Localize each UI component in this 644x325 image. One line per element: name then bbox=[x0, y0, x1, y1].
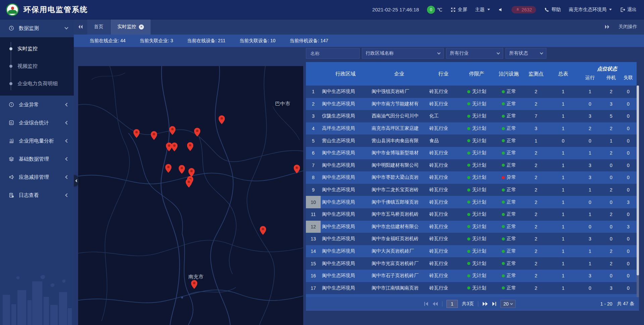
table-row[interactable]: 3仪陇生态环境局西南油气田分公司川中化工无计划正常71350 bbox=[306, 110, 637, 122]
cell-running: 3 bbox=[578, 270, 602, 282]
col-header-running: 运行 bbox=[578, 73, 602, 86]
first-page-button[interactable] bbox=[424, 302, 429, 306]
close-operations-button[interactable]: 关闭操作 bbox=[619, 24, 637, 30]
map-pin[interactable] bbox=[151, 131, 157, 141]
cell-index: 3 bbox=[306, 110, 321, 122]
map-pin[interactable] bbox=[219, 115, 225, 125]
table-body: 1阆中生态环境局阆中强锐页岩砖厂砖瓦行业无计划正常211202阆中生态环境局阆中… bbox=[306, 86, 637, 297]
sidebar-item-4[interactable]: 基础数据管理 bbox=[0, 150, 74, 168]
tab-close-icon[interactable]: ✕ bbox=[139, 24, 144, 30]
table-row[interactable]: 17阆中生态环境局阆中市江南镇阆南页岩砖瓦行业无计划正常21030 bbox=[306, 282, 637, 294]
divider bbox=[478, 301, 478, 307]
map-pin[interactable] bbox=[186, 179, 192, 189]
sidebar-item-6[interactable]: 日志查看 bbox=[0, 186, 74, 204]
industry-select[interactable]: 所有行业 bbox=[446, 48, 503, 59]
page-size-select[interactable]: 20 bbox=[500, 300, 516, 308]
col-header-limit: 停限产 bbox=[459, 62, 494, 86]
table-row[interactable]: 5营山生态环境局营山县润丰肉食品有限食品无计划正常10010 bbox=[306, 134, 637, 147]
map-pin[interactable] bbox=[260, 226, 266, 236]
table-row[interactable]: 18南部生态环境局南部县砖化水泥有限公建材加工无计划正常21030 bbox=[306, 294, 637, 297]
map-pin[interactable] bbox=[133, 129, 140, 139]
table-row[interactable]: 13阆中生态环境局阆中市金福旺页岩机砖砖瓦行业无计划正常21300 bbox=[306, 233, 637, 245]
cell-offline: 0 bbox=[620, 270, 637, 282]
status-dot-green bbox=[467, 286, 470, 289]
cell-limit: 无计划 bbox=[459, 245, 494, 258]
sidebar-item-label: 应急减排管理 bbox=[19, 174, 66, 180]
tab-0[interactable]: 首页 bbox=[87, 19, 110, 35]
sound-toggle-button[interactable] bbox=[498, 7, 503, 12]
map-pin[interactable] bbox=[187, 142, 194, 152]
sidebar-subitem-0-0[interactable]: 实时监控 bbox=[0, 40, 74, 57]
cell-running: 1 bbox=[578, 86, 602, 98]
cell-limit: 无计划 bbox=[459, 86, 494, 98]
cell-index: 11 bbox=[306, 208, 321, 221]
last-page-button[interactable] bbox=[492, 302, 496, 306]
table-row[interactable]: 6阆中生态环境局阆中市金博瑞新型墙材砖瓦行业无计划正常21120 bbox=[306, 147, 637, 159]
table-row[interactable]: 9阆中生态环境局阆中市二龙长宝页岩砖砖瓦行业无计划正常21120 bbox=[306, 184, 637, 196]
sidebar-item-2[interactable]: 企业综合统计 bbox=[0, 114, 74, 132]
scrollbar-thumb[interactable] bbox=[637, 86, 639, 275]
sidebar-item-1[interactable]: 企业异常 bbox=[0, 96, 74, 114]
table-scrollbar[interactable] bbox=[637, 86, 639, 297]
cell-offline: 0 bbox=[620, 98, 637, 110]
table-row[interactable]: 15阆中生态环境局阆中市光富页岩机砖厂砖瓦行业无计划正常21120 bbox=[306, 257, 637, 270]
cell-index: 10 bbox=[306, 196, 321, 208]
sidebar-subitem-0-2[interactable]: 企业电力负荷明细 bbox=[0, 75, 74, 92]
cell-offline: 0 bbox=[620, 233, 637, 245]
cell-index: 17 bbox=[306, 282, 321, 294]
table-row[interactable]: 8阆中生态环境局阆中市枣碧大梁山页岩砖瓦行业无计划异常21300 bbox=[306, 171, 637, 184]
map-pin-icon bbox=[260, 226, 266, 235]
notification-badge[interactable]: 2632 bbox=[512, 6, 536, 13]
status-select[interactable]: 所有状态 bbox=[505, 48, 546, 59]
col-header-facility: 治污设施 bbox=[494, 62, 523, 86]
theme-dropdown[interactable]: 主题 bbox=[475, 7, 490, 13]
map-pin[interactable] bbox=[194, 128, 200, 138]
table-row[interactable]: 12阆中生态环境局阆中市忠信建材有限公砖瓦行业无计划正常21003 bbox=[306, 221, 637, 233]
prev-page-button[interactable] bbox=[433, 302, 438, 306]
table-row[interactable]: 1阆中生态环境局阆中强锐页岩砖厂砖瓦行业无计划正常21120 bbox=[306, 86, 637, 98]
cell-running: 3 bbox=[578, 171, 602, 184]
table-row[interactable]: 4高坪生态环境局南充市高坪区王家店建砖瓦行业无计划正常31220 bbox=[306, 122, 637, 135]
table-row[interactable]: 14阆中生态环境局阆中大兴页岩机砖厂砖瓦行业无计划正常21120 bbox=[306, 245, 637, 258]
tab-1[interactable]: 实时监控✕ bbox=[111, 19, 151, 35]
app-root: 环保用电监管系统 2021-02-25 17:46:18 0 ℃ 全屏 主题 2… bbox=[0, 0, 644, 325]
table-row[interactable]: 2阆中生态环境局阆中市南方节能建材有砖瓦行业无计划正常21030 bbox=[306, 98, 637, 110]
tabs-scroll-left-button[interactable] bbox=[74, 19, 87, 35]
org-dropdown[interactable]: 南充市生态环境局 bbox=[569, 7, 612, 13]
map-pin[interactable] bbox=[171, 143, 178, 153]
page-number-input[interactable]: 1 bbox=[446, 300, 458, 308]
col-header-index bbox=[306, 62, 321, 86]
fullscreen-button[interactable]: 全屏 bbox=[450, 7, 467, 13]
map-pin[interactable] bbox=[165, 164, 172, 174]
table-row[interactable]: 11阆中生态环境局阆中市五马桥页岩机砖砖瓦行业无计划正常21120 bbox=[306, 208, 637, 221]
map-pin[interactable] bbox=[179, 165, 185, 175]
map-pin[interactable] bbox=[169, 126, 176, 136]
sidebar-subitem-0-1[interactable]: 视频监控 bbox=[0, 57, 74, 75]
map-pin[interactable] bbox=[294, 165, 300, 175]
sidebar-item-0[interactable]: 数据监测 bbox=[0, 19, 74, 37]
sidebar-item-5[interactable]: 应急减排管理 bbox=[0, 168, 74, 186]
status-dot-green bbox=[502, 213, 505, 216]
table-row[interactable]: 10阆中生态环境局阆中千佛镇五郎垭页岩砖瓦行业无计划正常21003 bbox=[306, 196, 637, 208]
next-page-icon bbox=[482, 302, 488, 306]
next-page-button[interactable] bbox=[482, 302, 488, 306]
cell-running: 0 bbox=[578, 196, 602, 208]
col-header-company: 企业 bbox=[370, 62, 428, 86]
tabs-scroll-right-button[interactable] bbox=[604, 24, 610, 29]
stat-value: 211 bbox=[218, 38, 225, 43]
help-button[interactable]: 帮助 bbox=[544, 7, 561, 13]
map-panel[interactable]: 巴中市南充市遂宁市 bbox=[78, 66, 303, 325]
cell-limit: 无计划 bbox=[459, 98, 494, 110]
region-select[interactable]: 行政区域名称 bbox=[362, 48, 444, 59]
logout-button[interactable]: 退出 bbox=[620, 7, 637, 13]
map-roads-layer bbox=[78, 66, 303, 325]
table-row[interactable]: 16阆中生态环境局阆中市石子页岩机砖厂砖瓦行业无计划正常21300 bbox=[306, 270, 637, 282]
cell-running: 0 bbox=[578, 282, 602, 294]
table-row[interactable]: 7阆中生态环境局阆中明阳建材有限公司砖瓦行业无计划正常21300 bbox=[306, 159, 637, 172]
cell-index: 2 bbox=[306, 98, 321, 110]
cell-limit: 无计划 bbox=[459, 208, 494, 221]
map-pin-icon bbox=[179, 165, 185, 174]
sidebar-item-3[interactable]: 企业用电量分析 bbox=[0, 132, 74, 150]
map-pin[interactable] bbox=[191, 280, 198, 290]
name-search-input[interactable] bbox=[310, 50, 356, 56]
